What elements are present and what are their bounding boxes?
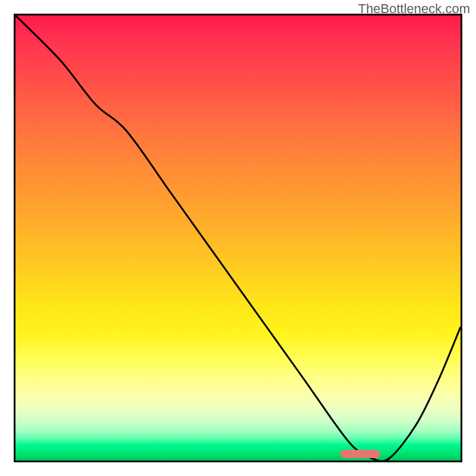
chart-curve-svg: [15, 15, 461, 461]
bottleneck-curve-line: [15, 15, 461, 461]
chart-plot-area: [14, 14, 462, 462]
optimal-range-marker: [340, 450, 380, 458]
watermark-text: TheBottleneck.com: [358, 1, 470, 17]
